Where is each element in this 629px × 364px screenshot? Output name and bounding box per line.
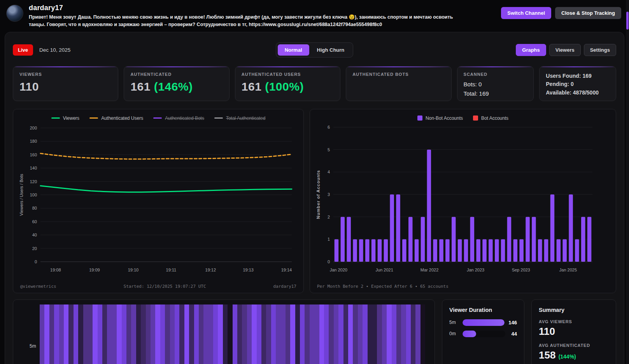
heatmap-cell bbox=[329, 304, 333, 364]
switch-channel-button[interactable]: Switch Channel bbox=[501, 7, 551, 19]
bar bbox=[489, 239, 493, 262]
stream-date: Dec 10, 2025 bbox=[39, 47, 70, 53]
channel-bio: Привет! Меня зовут Даша. Полностью меняю… bbox=[29, 14, 468, 29]
legend-item[interactable]: Authenticated Bots bbox=[153, 116, 204, 121]
bar bbox=[378, 239, 382, 262]
heatmap-cell bbox=[276, 304, 280, 364]
heatmap-cell bbox=[387, 304, 391, 364]
bar bbox=[347, 217, 351, 261]
card-label: AUTHENTICATED bbox=[130, 72, 223, 77]
legend-label: Non-Bot Accounts bbox=[426, 116, 463, 121]
toggle-normal[interactable]: Normal bbox=[278, 44, 309, 56]
card-scanned: SCANNED Bots: 0 Total: 169 bbox=[457, 66, 534, 101]
bar-footer-text: Per Month Before 2 • Expected After 6 • … bbox=[317, 284, 449, 289]
bar bbox=[421, 217, 425, 261]
svg-text:3: 3 bbox=[328, 192, 330, 197]
bar bbox=[538, 239, 542, 262]
legend-item[interactable]: Viewers bbox=[51, 116, 79, 121]
bar bbox=[353, 239, 357, 262]
bar bbox=[519, 239, 524, 262]
heatmap-cell bbox=[151, 304, 155, 364]
bar bbox=[562, 239, 567, 262]
svg-text:180: 180 bbox=[30, 139, 37, 144]
svg-text:19:11: 19:11 bbox=[166, 268, 177, 272]
avg-authenticated-label: AVG AUTHENTICATED bbox=[539, 343, 609, 348]
heatmap-cell bbox=[310, 304, 314, 364]
svg-text:40: 40 bbox=[32, 233, 37, 237]
legend-label: Authenticated Users bbox=[101, 116, 143, 121]
heatmap-cell bbox=[271, 304, 276, 364]
heatmap-cell bbox=[382, 304, 387, 364]
heatmap-cell bbox=[358, 304, 363, 364]
scanned-total: Total: 169 bbox=[464, 89, 527, 98]
tab-settings[interactable]: Settings bbox=[584, 44, 616, 56]
svg-text:Jun 2021: Jun 2021 bbox=[376, 268, 393, 272]
close-stop-tracking-button[interactable]: Close & Stop Tracking bbox=[555, 7, 621, 19]
heatmap-cell bbox=[208, 304, 213, 364]
viewer-duration-panel: Viewer Duration 5m1460m44 bbox=[442, 299, 524, 364]
heatmap-cell bbox=[189, 304, 194, 364]
authenticated-percent: (146%) bbox=[154, 80, 193, 93]
scrollbar-thumb[interactable] bbox=[626, 12, 629, 30]
bar bbox=[495, 239, 499, 262]
heatmap-cell bbox=[184, 304, 189, 364]
channel-avatar[interactable] bbox=[6, 5, 23, 22]
heatmap-cell bbox=[136, 304, 141, 364]
avg-authenticated-percent: (144%) bbox=[559, 354, 576, 360]
legend-item[interactable]: Total Authenticated bbox=[214, 116, 265, 121]
heatmap-cell bbox=[233, 304, 237, 364]
heatmap-cell bbox=[252, 304, 256, 364]
viewers-line-chart: 02040608010012014016018020019:0819:0919:… bbox=[18, 122, 296, 275]
card-label: AUTHENTICATED USERS bbox=[242, 72, 334, 77]
svg-text:Sep 2023: Sep 2023 bbox=[512, 268, 530, 272]
svg-text:0: 0 bbox=[328, 259, 330, 264]
viewer-duration-title: Viewer Duration bbox=[449, 307, 517, 313]
bar bbox=[408, 217, 413, 261]
bar bbox=[557, 239, 561, 262]
svg-text:19:10: 19:10 bbox=[128, 268, 139, 272]
heatmap-cell bbox=[83, 304, 88, 364]
tab-viewers[interactable]: Viewers bbox=[549, 44, 581, 56]
channel-footer-name: dardary17 bbox=[273, 284, 296, 289]
heatmap-cell bbox=[247, 304, 252, 364]
toggle-high-churn[interactable]: High Churn bbox=[310, 44, 352, 56]
heatmap-cell bbox=[203, 304, 208, 364]
heatmap-cell bbox=[343, 304, 348, 364]
scrollbar[interactable] bbox=[626, 0, 629, 364]
card-label: VIEWERS bbox=[19, 72, 112, 77]
bar bbox=[365, 239, 370, 262]
svg-text:100: 100 bbox=[30, 192, 37, 197]
duration-label: 5m bbox=[449, 320, 459, 325]
legend-swatch bbox=[417, 116, 422, 121]
legend-item[interactable]: Authenticated Users bbox=[89, 116, 143, 121]
svg-text:19:14: 19:14 bbox=[281, 268, 292, 272]
heatmap-cell bbox=[338, 304, 343, 364]
card-label: SCANNED bbox=[464, 72, 527, 77]
heatmap-cell bbox=[300, 304, 305, 364]
heatmap-cell bbox=[377, 304, 382, 364]
accounts-bar-chart-panel: Non-Bot AccountsBot Accounts 0123456Numb… bbox=[310, 109, 616, 293]
viewer-duration-rows: 5m1460m44 bbox=[449, 319, 517, 337]
heatmap-cell bbox=[88, 304, 93, 364]
duration-value: 44 bbox=[509, 331, 517, 337]
authenticated-users-value: 161 (100%) bbox=[242, 80, 334, 93]
svg-text:Jan 2025: Jan 2025 bbox=[559, 268, 577, 272]
bar bbox=[550, 194, 555, 262]
heatmap-cell bbox=[295, 304, 300, 364]
legend-item[interactable]: Non-Bot Accounts bbox=[417, 116, 463, 121]
tab-graphs[interactable]: Graphs bbox=[516, 44, 546, 56]
stats-row: VIEWERS 110 AUTHENTICATED 161 (146%) AUT… bbox=[13, 66, 616, 101]
avg-viewers-value: 110 bbox=[539, 326, 609, 338]
heatmap-cell bbox=[218, 304, 223, 364]
bar bbox=[501, 239, 505, 262]
legend-item[interactable]: Bot Accounts bbox=[473, 116, 508, 121]
svg-text:Mar 2022: Mar 2022 bbox=[421, 268, 438, 272]
heatmap-cell bbox=[59, 304, 64, 364]
avg-authenticated-value: 158 (144%) bbox=[539, 349, 609, 361]
channel-header: dardary17 Привет! Меня зовут Даша. Полно… bbox=[0, 0, 629, 32]
svg-text:19:13: 19:13 bbox=[243, 268, 254, 272]
bar bbox=[587, 217, 592, 261]
heatmap-cell bbox=[74, 304, 78, 364]
bar bbox=[476, 239, 480, 262]
heatmap-cell bbox=[348, 304, 353, 364]
